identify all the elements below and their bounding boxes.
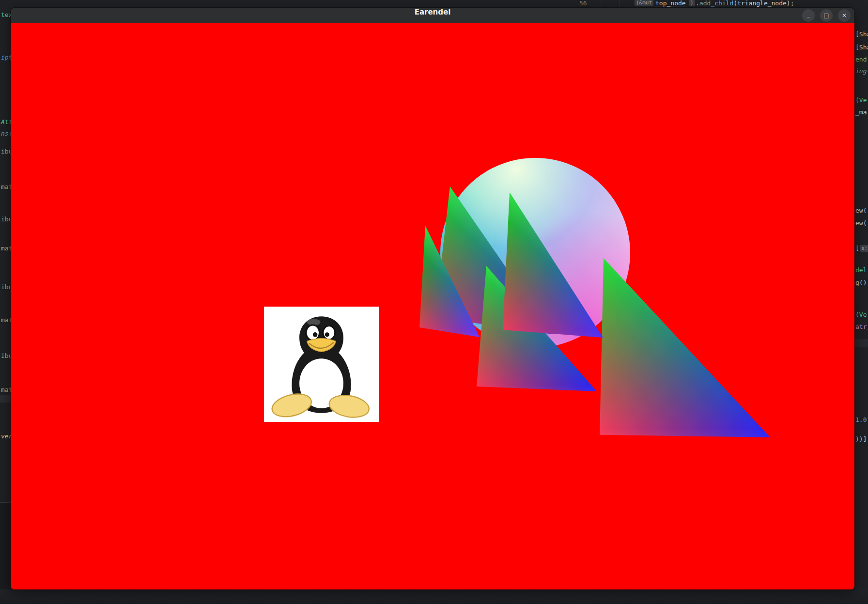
line-number: 56	[579, 0, 587, 7]
code-receiver: top_node	[655, 0, 686, 7]
desktop-background: 56 (&mut top_node ) .add_child(triangle_…	[0, 0, 868, 604]
code-fragment: ew(	[855, 206, 867, 215]
indent-guide	[602, 0, 602, 7]
indent-guide	[619, 0, 620, 7]
minimize-icon: –	[807, 14, 810, 20]
code-fragment: g(),	[855, 279, 868, 287]
window-controls: – □ ✕	[802, 9, 851, 22]
gradient-triangle	[600, 258, 770, 437]
render-canvas	[11, 23, 854, 589]
panel-band	[854, 339, 868, 347]
inlay-hint-close: )	[689, 0, 695, 6]
code-fragment: ))]	[855, 435, 867, 443]
code-fragment: [	[855, 244, 859, 252]
method-name: add_child	[699, 0, 733, 7]
minimize-button[interactable]: –	[802, 9, 815, 22]
window-title: Earendel	[11, 8, 854, 23]
code-fragment: 1.0	[855, 416, 867, 424]
editor-bottom-strip	[0, 589, 868, 604]
code-fragment: ew(	[855, 219, 867, 227]
code-fragment: del	[855, 266, 867, 274]
code-fragment: [Sha	[855, 43, 868, 51]
code-fragment: end	[855, 55, 867, 63]
panel-dark	[0, 503, 11, 604]
tux-penguin-image	[264, 307, 379, 422]
code-fragment: (Ve	[855, 310, 867, 319]
code-fragment: _ma	[855, 108, 867, 116]
code-fragment: [Sha	[855, 30, 868, 38]
close-button[interactable]: ✕	[838, 9, 851, 22]
inlay-hint: s:	[860, 244, 868, 252]
editor-top-code-line: 56 (&mut top_node ) .add_child(triangle_…	[0, 0, 868, 7]
code-call: .add_child(triangle_node);	[696, 0, 794, 7]
code-fragment: ing(	[855, 67, 868, 75]
panel-band	[0, 395, 11, 403]
code-fragment: (Ve	[855, 96, 867, 104]
close-icon: ✕	[842, 12, 847, 19]
window-titlebar[interactable]: Earendel – □ ✕	[11, 8, 854, 23]
code-fragment: atr	[855, 323, 867, 331]
maximize-icon: □	[823, 12, 829, 19]
inlay-hint-open: (&mut	[635, 0, 653, 6]
app-window: Earendel – □ ✕	[11, 8, 854, 589]
maximize-button[interactable]: □	[820, 9, 833, 22]
